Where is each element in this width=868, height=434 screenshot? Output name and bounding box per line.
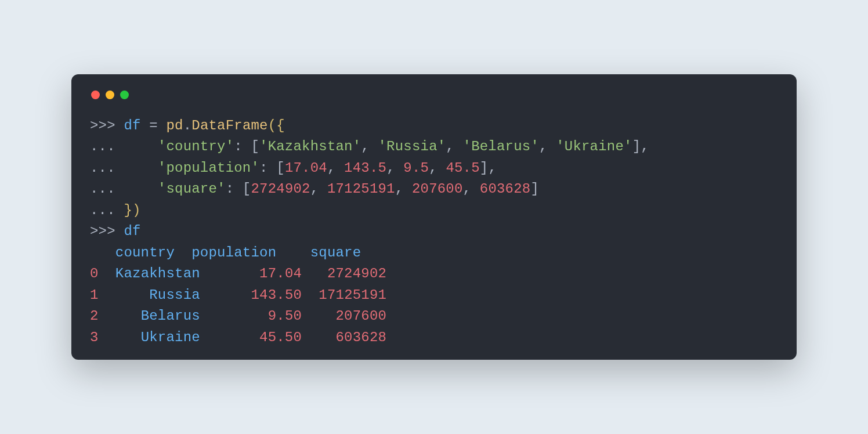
output-row-1: 1 Russia 143.50 17125191 bbox=[90, 287, 386, 303]
terminal-window: >>> df = pd.DataFrame({ ... 'country': [… bbox=[71, 74, 797, 360]
output-row-0: 0 Kazakhstan 17.04 2724902 bbox=[90, 266, 386, 281]
output-header: country population square bbox=[90, 245, 361, 261]
cell-square: 17125191 bbox=[319, 287, 386, 303]
output-row-3: 3 Ukraine 45.50 603628 bbox=[90, 330, 386, 345]
pad bbox=[175, 245, 191, 261]
traffic-lights bbox=[90, 91, 778, 99]
dict-key-country: 'country' bbox=[158, 139, 234, 154]
repl-continuation: ... bbox=[90, 202, 124, 218]
repl-continuation: ... bbox=[90, 181, 158, 197]
open-paren-brace: ({ bbox=[268, 118, 285, 133]
assign-op: = bbox=[141, 118, 167, 133]
row-index: 1 bbox=[90, 287, 99, 303]
code-line-2: ... 'country': ['Kazakhstan', 'Russia', … bbox=[90, 139, 649, 154]
row-index: 0 bbox=[90, 266, 99, 281]
comma: , bbox=[539, 139, 556, 154]
row-index: 2 bbox=[90, 308, 99, 324]
pad bbox=[99, 330, 141, 345]
pad bbox=[200, 287, 251, 303]
cell-country: Ukraine bbox=[141, 330, 200, 345]
colon-bracket: : [ bbox=[259, 160, 285, 176]
close-bracket-comma: ], bbox=[480, 160, 497, 176]
comma: , bbox=[327, 160, 344, 176]
variable-df: df bbox=[124, 223, 140, 239]
str-kazakhstan: 'Kazakhstan' bbox=[259, 139, 361, 154]
comma: , bbox=[361, 139, 378, 154]
num-603628: 603628 bbox=[480, 181, 531, 197]
row-index: 3 bbox=[90, 330, 99, 345]
comma: , bbox=[429, 160, 446, 176]
cell-population: 143.50 bbox=[251, 287, 302, 303]
cell-population: 45.50 bbox=[259, 330, 302, 345]
cell-square: 207600 bbox=[336, 308, 387, 324]
pad bbox=[99, 287, 150, 303]
comma: , bbox=[463, 181, 480, 197]
colon-bracket: : [ bbox=[234, 139, 259, 154]
cell-population: 9.50 bbox=[268, 308, 302, 324]
code-line-6: >>> df bbox=[90, 223, 141, 239]
comma: , bbox=[386, 160, 403, 176]
str-ukraine: 'Ukraine' bbox=[556, 139, 632, 154]
pad bbox=[200, 330, 259, 345]
pad bbox=[99, 266, 115, 281]
cell-population: 17.04 bbox=[259, 266, 302, 281]
col-population: population bbox=[191, 245, 276, 261]
num-17-04: 17.04 bbox=[285, 160, 327, 176]
module-pd: pd bbox=[166, 118, 183, 133]
cell-country: Belarus bbox=[141, 308, 200, 324]
pad bbox=[302, 330, 335, 345]
code-line-1: >>> df = pd.DataFrame({ bbox=[90, 118, 285, 133]
cell-square: 603628 bbox=[336, 330, 387, 345]
repl-prompt: >>> bbox=[90, 118, 124, 133]
num-45-5: 45.5 bbox=[446, 160, 479, 176]
pad bbox=[302, 287, 319, 303]
code-block: >>> df = pd.DataFrame({ ... 'country': [… bbox=[90, 115, 778, 348]
variable-df: df bbox=[124, 118, 140, 133]
code-line-3: ... 'population': [17.04, 143.5, 9.5, 45… bbox=[90, 160, 497, 176]
close-bracket: ] bbox=[530, 181, 539, 197]
colon-bracket: : [ bbox=[226, 181, 251, 197]
comma: , bbox=[395, 181, 412, 197]
pad bbox=[302, 308, 335, 324]
code-line-5: ... }) bbox=[90, 202, 141, 218]
str-belarus: 'Belarus' bbox=[463, 139, 539, 154]
num-2724902: 2724902 bbox=[251, 181, 310, 197]
fn-dataframe: DataFrame bbox=[191, 118, 267, 133]
cell-country: Russia bbox=[149, 287, 200, 303]
pad bbox=[200, 266, 259, 281]
close-bracket-comma: ], bbox=[632, 139, 649, 154]
repl-continuation: ... bbox=[90, 139, 158, 154]
code-line-4: ... 'square': [2724902, 17125191, 207600… bbox=[90, 181, 539, 197]
close-brace-paren: }) bbox=[124, 202, 140, 218]
num-9-5: 9.5 bbox=[403, 160, 429, 176]
output-row-2: 2 Belarus 9.50 207600 bbox=[90, 308, 386, 324]
dict-key-square: 'square' bbox=[158, 181, 226, 197]
pad bbox=[302, 266, 327, 281]
maximize-window-button[interactable] bbox=[120, 91, 129, 99]
cell-square: 2724902 bbox=[327, 266, 386, 281]
col-country: country bbox=[115, 245, 175, 261]
comma: , bbox=[310, 181, 327, 197]
pad bbox=[200, 308, 268, 324]
repl-continuation: ... bbox=[90, 160, 158, 176]
minimize-window-button[interactable] bbox=[106, 91, 114, 99]
pad bbox=[90, 245, 115, 261]
num-17125191: 17125191 bbox=[327, 181, 395, 197]
num-207600: 207600 bbox=[412, 181, 463, 197]
pad bbox=[276, 245, 310, 261]
pad bbox=[99, 308, 141, 324]
close-window-button[interactable] bbox=[91, 91, 100, 99]
dot: . bbox=[183, 118, 192, 133]
cell-country: Kazakhstan bbox=[115, 266, 200, 281]
num-143-5: 143.5 bbox=[344, 160, 386, 176]
repl-prompt: >>> bbox=[90, 223, 124, 239]
comma: , bbox=[446, 139, 462, 154]
col-square: square bbox=[310, 245, 361, 261]
dict-key-population: 'population' bbox=[158, 160, 259, 176]
str-russia: 'Russia' bbox=[378, 139, 446, 154]
